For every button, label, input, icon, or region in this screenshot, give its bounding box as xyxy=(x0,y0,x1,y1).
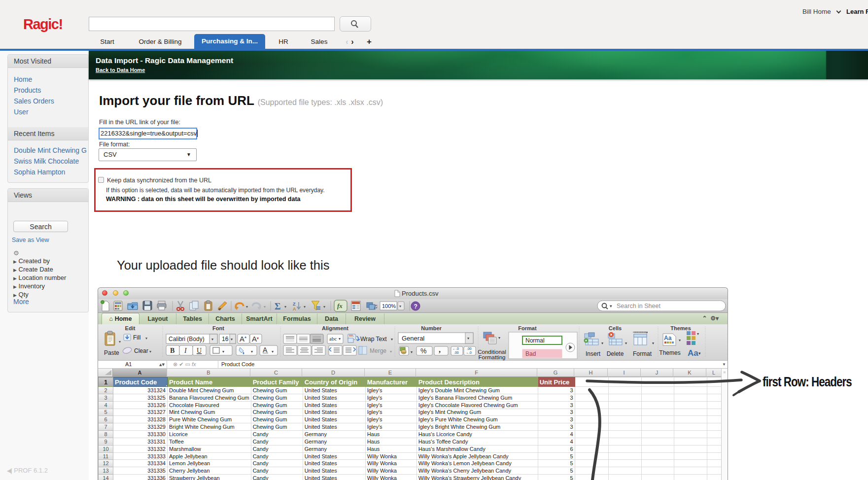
svg-text:→.0: →.0 xyxy=(465,351,472,354)
svg-text:▴: ▴ xyxy=(244,335,246,339)
svg-text:Format: Format xyxy=(633,350,652,357)
svg-text:Aa: Aa xyxy=(688,348,698,358)
svg-text:,: , xyxy=(439,345,441,354)
svg-text:▾: ▾ xyxy=(246,305,248,309)
svg-text:▾: ▾ xyxy=(264,305,266,309)
svg-text:Paste: Paste xyxy=(104,349,119,356)
svg-text:▾: ▾ xyxy=(411,350,413,354)
svg-text:Clear: Clear xyxy=(134,347,148,354)
svg-text:▾: ▾ xyxy=(698,351,701,356)
svg-text:▾: ▾ xyxy=(652,341,654,345)
svg-text:A: A xyxy=(240,335,244,343)
svg-text:Themes: Themes xyxy=(659,349,680,356)
svg-text:▾: ▾ xyxy=(222,349,224,354)
svg-text:Merge: Merge xyxy=(370,347,386,354)
svg-text:A: A xyxy=(252,335,257,343)
svg-text:▾: ▾ xyxy=(399,304,401,309)
svg-text:.00: .00 xyxy=(454,351,459,354)
svg-text:▾: ▾ xyxy=(390,349,392,354)
svg-text:Bad: Bad xyxy=(525,350,536,357)
svg-text:▾: ▾ xyxy=(145,336,147,341)
svg-text:Search in Sheet: Search in Sheet xyxy=(617,303,660,309)
svg-text:Formatting: Formatting xyxy=(479,354,506,360)
svg-text:fx: fx xyxy=(337,302,343,309)
svg-text:100%: 100% xyxy=(382,303,396,309)
svg-text:Number: Number xyxy=(421,325,442,331)
svg-text:▾: ▾ xyxy=(679,338,681,343)
svg-text:Aa: Aa xyxy=(664,335,672,342)
svg-text:▾: ▾ xyxy=(625,341,627,345)
svg-text:▾: ▾ xyxy=(601,341,603,345)
svg-text:▾: ▾ xyxy=(211,337,213,342)
svg-text:▾: ▾ xyxy=(391,337,393,342)
svg-text:Σ: Σ xyxy=(275,301,280,311)
svg-text:.00: .00 xyxy=(467,347,472,350)
svg-text:▾: ▾ xyxy=(272,349,274,354)
svg-text:16: 16 xyxy=(222,336,229,343)
svg-text:Themes: Themes xyxy=(670,325,691,331)
svg-text:Fill: Fill xyxy=(133,334,140,341)
svg-text:▾: ▾ xyxy=(339,337,341,341)
svg-text:Calibri (Body): Calibri (Body) xyxy=(169,336,205,343)
svg-text:▾: ▾ xyxy=(304,305,306,309)
svg-text:▾: ▾ xyxy=(284,305,286,309)
svg-text:▾: ▾ xyxy=(697,332,699,336)
svg-text:Font: Font xyxy=(212,325,224,331)
svg-text:General: General xyxy=(402,335,424,342)
svg-text:Z: Z xyxy=(293,302,296,307)
svg-text:%: % xyxy=(420,347,426,355)
svg-text:♫: ♫ xyxy=(373,303,378,310)
svg-text:▾: ▾ xyxy=(119,340,121,344)
svg-text:▾: ▾ xyxy=(467,336,469,341)
svg-text:Cells: Cells xyxy=(609,325,622,331)
svg-text:?: ? xyxy=(414,303,417,310)
svg-text:B: B xyxy=(170,347,174,354)
svg-text:Format: Format xyxy=(518,325,537,331)
svg-text:Insert: Insert xyxy=(586,350,601,357)
svg-text:A: A xyxy=(293,307,296,311)
svg-text:abc: abc xyxy=(329,336,337,342)
svg-text:U: U xyxy=(197,347,202,354)
svg-text:▾: ▾ xyxy=(251,349,253,354)
svg-text:Wrap Text: Wrap Text xyxy=(360,336,387,343)
svg-text:Alignment: Alignment xyxy=(322,325,348,331)
svg-text:Delete: Delete xyxy=(607,350,624,357)
svg-text:←.0: ←.0 xyxy=(452,347,459,350)
svg-text:Edit: Edit xyxy=(125,325,136,331)
svg-text:Normal: Normal xyxy=(525,337,545,344)
svg-text:▾: ▾ xyxy=(149,349,151,354)
svg-text:▾: ▾ xyxy=(610,304,612,309)
svg-text:▾: ▾ xyxy=(257,336,259,341)
svg-text:▾: ▾ xyxy=(323,305,325,309)
svg-text:▾: ▾ xyxy=(498,336,500,340)
svg-text:▾: ▾ xyxy=(231,337,233,342)
